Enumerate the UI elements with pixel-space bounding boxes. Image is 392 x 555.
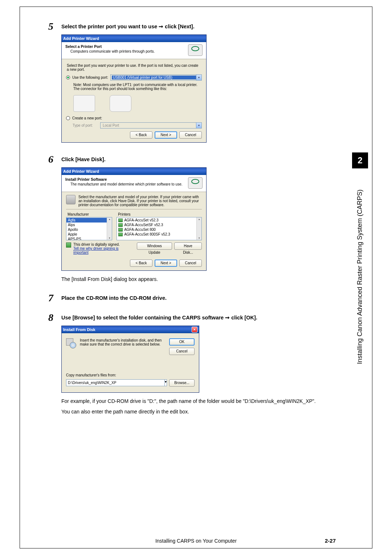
port-note-line1: Note: Most computers use the LPT1: port … — [73, 83, 202, 87]
browse-button[interactable]: Browse... — [169, 379, 195, 387]
step-number: 5 — [45, 21, 53, 148]
type-of-port-select: Local Port ▾ — [100, 122, 202, 128]
list-item[interactable]: AGFA-AccuSetSF v52.3 — [117, 223, 196, 227]
close-icon[interactable]: ✕ — [192, 327, 197, 332]
driver-signed-text: This driver is digitally signed. — [73, 242, 135, 246]
add-printer-wizard-software-dialog: Add Printer Wizard Install Printer Softw… — [61, 167, 207, 271]
driver-icon — [118, 228, 123, 232]
page-number: 2-27 — [325, 538, 336, 544]
driver-icon — [118, 233, 123, 236]
signed-icon — [66, 242, 71, 248]
port-note-line2: The connector for this port should look … — [73, 87, 202, 91]
footer-section-title: Installing CARPS on Your Computer — [155, 538, 237, 544]
driver-icon — [118, 223, 123, 227]
dialog-intro-text: Select the port you want your printer to… — [67, 64, 201, 72]
disk-icon — [66, 195, 75, 204]
path-input[interactable]: D:\Drivers\uk_eng\WIN2K_XP ▾ — [66, 379, 167, 386]
chapter-tab: 2 Installing Canon Advanced Raster Print… — [352, 152, 368, 385]
manufacturer-column-header: Manufacturer — [66, 212, 112, 217]
create-new-port-radio[interactable] — [66, 116, 70, 120]
type-of-port-label: Type of port: — [73, 123, 98, 127]
next-button[interactable]: Next > — [155, 131, 177, 139]
printer-icon — [188, 44, 203, 56]
chapter-title: Installing Canon Advanced Raster Printin… — [356, 189, 364, 364]
step-number: 7 — [45, 293, 53, 306]
step-6-title: Click [Have Disk]. — [61, 156, 354, 162]
windows-update-button[interactable]: Windows Update — [137, 242, 172, 250]
dialog-caption: Add Printer Wizard — [63, 36, 99, 41]
have-disk-button[interactable]: Have Disk... — [174, 242, 202, 250]
port-select[interactable]: USB001 (Virtual printer port for USB) ▾ — [110, 74, 202, 81]
printers-listbox[interactable]: AGFA-AccuSet v52.3 AGFA-AccuSetSF v52.3 … — [117, 217, 202, 240]
dialog-titlebar: Add Printer Wizard — [62, 168, 206, 175]
chevron-down-icon[interactable]: ▾ — [196, 75, 201, 80]
list-item[interactable]: Agfa — [66, 218, 107, 223]
list-item[interactable]: AGFA-AccuSet 800SF v52.3 — [117, 232, 196, 237]
list-item[interactable]: APS-PS — [66, 237, 107, 240]
back-button[interactable]: < Back — [130, 131, 152, 139]
cancel-button[interactable]: Cancel — [179, 260, 202, 267]
scrollbar[interactable]: ▴▾ — [107, 217, 112, 240]
manufacturer-listbox[interactable]: Agfa Alps Apollo Apple APS-PS ▴▾ — [66, 217, 112, 240]
step-number: 8 — [45, 313, 53, 419]
dialog-subheading: Computers communicate with printers thro… — [70, 49, 155, 53]
dialog-subheading: The manufacturer and model determine whi… — [70, 182, 183, 186]
back-button[interactable]: < Back — [130, 260, 152, 267]
path-input-value: D:\Drivers\uk_eng\WIN2K_XP — [68, 381, 116, 385]
step-8-example-text: For example, if your CD-ROM drive is "D:… — [61, 398, 354, 405]
chevron-down-icon[interactable]: ▾ — [164, 380, 167, 386]
step-5-title: Select the printer port you want to use … — [61, 24, 354, 29]
cancel-button[interactable]: Cancel — [169, 348, 195, 355]
create-new-port-label: Create a new port: — [72, 116, 102, 120]
copy-from-label: Copy manufacturer's files from: — [66, 373, 195, 377]
driver-icon — [118, 219, 123, 222]
add-printer-wizard-port-dialog: Add Printer Wizard Select a Printer Port… — [61, 34, 207, 143]
scrollbar[interactable]: ▴▾ — [196, 217, 201, 240]
list-item[interactable]: Apple — [66, 232, 107, 237]
dialog-intro-text: Select the manufacturer and model of you… — [78, 195, 202, 207]
chapter-number: 2 — [352, 152, 368, 168]
type-of-port-value: Local Port — [102, 123, 196, 127]
printer-icon — [188, 177, 203, 189]
step-number: 6 — [45, 154, 53, 286]
cancel-button[interactable]: Cancel — [179, 131, 202, 139]
list-item[interactable]: AGFA-AccuSet v52.3 — [117, 218, 196, 223]
next-button[interactable]: Next > — [155, 260, 177, 267]
chevron-down-icon: ▾ — [196, 123, 201, 128]
dialog-caption: Add Printer Wizard — [63, 169, 99, 174]
list-item[interactable]: Apollo — [66, 227, 107, 232]
dialog-heading: Install Printer Software — [65, 177, 183, 181]
ok-button[interactable]: OK — [169, 338, 195, 346]
install-from-disk-message: Insert the manufacturer's installation d… — [80, 338, 166, 346]
dialog-titlebar: Install From Disk ✕ — [62, 326, 199, 333]
dialog-caption: Install From Disk — [63, 327, 95, 332]
install-from-disk-dialog: Install From Disk ✕ Insert the manufactu… — [61, 326, 199, 393]
connector-illustration — [73, 95, 202, 112]
page-footer: Installing CARPS on Your Computer 2-27 — [20, 538, 372, 544]
cd-icon — [66, 338, 76, 348]
list-item[interactable]: Alps — [66, 223, 107, 227]
list-item[interactable]: AGFA-AccuSet 800 — [117, 227, 196, 232]
driver-signing-link[interactable]: Tell me why driver signing is important — [73, 246, 135, 254]
step-8-hint-text: You can also enter the path name directl… — [61, 408, 354, 415]
printers-column-header: Printers — [117, 212, 202, 217]
port-select-value: USB001 (Virtual printer port for USB) — [112, 76, 196, 79]
use-following-port-radio[interactable] — [66, 76, 70, 79]
dialog-heading: Select a Printer Port — [65, 44, 155, 49]
use-following-port-label: Use the following port: — [72, 76, 108, 79]
dialog-titlebar: Add Printer Wizard — [62, 35, 206, 42]
